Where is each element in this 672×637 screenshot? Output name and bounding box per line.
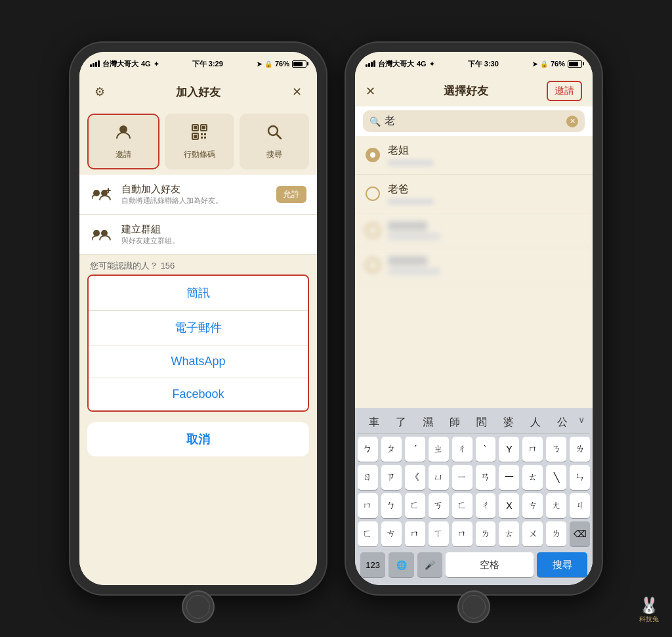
key-ㄅ[interactable]: ㄅ: [358, 437, 378, 462]
tab-qr[interactable]: 行動條碼: [165, 114, 234, 169]
key-ㄇ5[interactable]: ㄇ: [405, 521, 425, 546]
tab-invite[interactable]: 邀請: [87, 114, 159, 169]
key-《[interactable]: 《: [405, 465, 425, 490]
search-clear-button[interactable]: ✕: [566, 116, 578, 127]
key-X[interactable]: X: [499, 493, 519, 518]
battery-icon-2: [568, 60, 582, 68]
key-ㄈ2[interactable]: ㄈ: [358, 521, 378, 546]
svg-rect-9: [201, 137, 203, 139]
status-left-1: 台灣大哥大 4G ✦: [90, 59, 159, 69]
battery-pct-1: 76%: [275, 60, 289, 68]
lock-icon-1: 🔒: [264, 60, 272, 68]
svg-rect-6: [194, 135, 197, 138]
suggestion-3[interactable]: 師: [444, 414, 465, 431]
key-ˊ1[interactable]: ˊ: [405, 437, 425, 462]
key-row-1: ㄅ ㄆ ˊ ㄓ ㄔ ˋ Y ㄇ ㄋ ㄌ: [358, 437, 590, 462]
contact-sub-1: [388, 198, 434, 205]
radio-0[interactable]: [366, 148, 380, 162]
status-right-1: ➤ 🔒 76%: [257, 60, 306, 68]
key-ㄇ2[interactable]: ㄢ: [476, 465, 496, 490]
cancel-button[interactable]: 取消: [87, 422, 309, 456]
allow-button[interactable]: 允許: [276, 186, 306, 203]
suggestion-4[interactable]: 閻: [471, 414, 492, 431]
key-ㄧ[interactable]: ㄧ: [452, 465, 472, 490]
home-button-1[interactable]: [182, 590, 215, 623]
key-ㄨ[interactable]: ㄨ: [522, 521, 543, 546]
key-123[interactable]: 123: [360, 552, 385, 577]
contact-name-0: 老姐: [388, 144, 582, 158]
key-ㄒ[interactable]: ㄒ: [429, 521, 449, 546]
tab-search[interactable]: 搜尋: [240, 114, 309, 169]
search-bar[interactable]: 🔍 老 ✕: [363, 110, 585, 132]
key-ㄌ2[interactable]: ㄌ: [476, 521, 496, 546]
key-ㄔ2[interactable]: ㄔ: [476, 493, 496, 518]
close-icon-2[interactable]: ✕: [366, 84, 385, 99]
suggestion-2[interactable]: 濕: [417, 414, 438, 431]
key-delete[interactable]: ⌫: [570, 521, 590, 546]
key-ㄆ[interactable]: ㄆ: [381, 437, 402, 462]
key-ㄇ4[interactable]: ㄈ: [405, 493, 425, 518]
key-ㄅ2[interactable]: ㄅ: [381, 493, 402, 518]
contact-item-1[interactable]: 老爸: [355, 175, 593, 213]
suggestion-7[interactable]: 公: [551, 414, 573, 431]
key-ㄇ6[interactable]: ㄇ: [452, 521, 472, 546]
key-mic[interactable]: 🎤: [417, 552, 442, 577]
contact-item-3[interactable]: [355, 248, 593, 283]
key-row-3: ㄇ ㄅ ㄈ ㄎ ㄈ ㄔ X ㄘ ㄤ ㄐ: [358, 493, 590, 518]
contact-item-2[interactable]: [355, 213, 593, 248]
tab-qr-label: 行動條碼: [184, 149, 215, 160]
sms-button[interactable]: 簡訊: [89, 276, 308, 311]
key-ㄎ[interactable]: ㄎ: [429, 493, 449, 518]
phone2-header: ✕ 選擇好友 邀請: [355, 76, 593, 106]
email-button[interactable]: 電子郵件: [89, 311, 308, 345]
key-ㄌ[interactable]: ㄌ: [570, 437, 590, 462]
contact-list: 老姐 老爸: [355, 136, 593, 408]
settings-icon[interactable]: ⚙: [90, 82, 110, 102]
home-button-2[interactable]: [457, 590, 490, 623]
facebook-button[interactable]: Facebook: [89, 378, 308, 410]
key-ㄋ[interactable]: ㄋ: [546, 437, 566, 462]
key-ㄊ2[interactable]: ㄊ: [499, 521, 519, 546]
key-ㄖ[interactable]: ㄖ: [358, 465, 378, 490]
time-2: 下午 3:30: [468, 59, 499, 69]
close-icon-1[interactable]: ✕: [287, 82, 306, 102]
key-ㄊ[interactable]: ㄊ: [522, 465, 543, 490]
key-ㄈ[interactable]: ㄈ: [452, 493, 472, 518]
key-space[interactable]: 空格: [446, 552, 534, 577]
key-ㄗ[interactable]: ㄗ: [381, 465, 402, 490]
key-一[interactable]: 一: [499, 465, 519, 490]
key-╲[interactable]: ╲: [546, 465, 566, 490]
key-Y[interactable]: Y: [499, 437, 519, 462]
create-group-title: 建立群組: [121, 223, 306, 236]
key-ㄤ[interactable]: ㄤ: [546, 493, 566, 518]
svg-rect-8: [204, 133, 206, 135]
contact-item-0[interactable]: 老姐: [355, 136, 593, 175]
search-label: 搜尋: [553, 559, 572, 571]
search-input-2[interactable]: 老: [385, 114, 562, 128]
key-ㄩ[interactable]: ㄩ: [429, 465, 449, 490]
suggestion-6[interactable]: 人: [524, 414, 546, 431]
key-ㄘ[interactable]: ㄘ: [522, 493, 543, 518]
key-ㄌ3[interactable]: ㄌ: [546, 521, 566, 546]
key-ㄘ2[interactable]: ㄘ: [381, 521, 402, 546]
invite-button[interactable]: 邀請: [547, 81, 582, 101]
key-ㄓ[interactable]: ㄓ: [429, 437, 449, 462]
action-group: 簡訊 電子郵件 WhatsApp Facebook: [87, 275, 309, 412]
suggestion-0[interactable]: 車: [363, 414, 385, 431]
whatsapp-button[interactable]: WhatsApp: [89, 345, 308, 378]
key-ㄣ[interactable]: ㄣ: [570, 465, 590, 490]
key-search[interactable]: 搜尋: [537, 552, 587, 577]
suggestion-1[interactable]: 了: [390, 414, 411, 431]
suggestion-5[interactable]: 婆: [497, 414, 519, 431]
chevron-down-icon[interactable]: ∨: [578, 414, 585, 431]
key-ㄐ[interactable]: ㄐ: [570, 493, 590, 518]
key-ㄇ1[interactable]: ㄇ: [522, 437, 543, 462]
key-ㄔ1[interactable]: ㄔ: [452, 437, 472, 462]
key-ㄇ3[interactable]: ㄇ: [358, 493, 378, 518]
radio-1[interactable]: [366, 187, 380, 201]
svg-line-12: [276, 134, 281, 139]
watermark-label: 科技兔: [639, 615, 659, 624]
keyboard-suggestions: 車 了 濕 師 閻 婆 人 公 ∨: [358, 412, 590, 434]
key-globe[interactable]: 🌐: [388, 552, 413, 577]
key-ˋ[interactable]: ˋ: [476, 437, 496, 462]
